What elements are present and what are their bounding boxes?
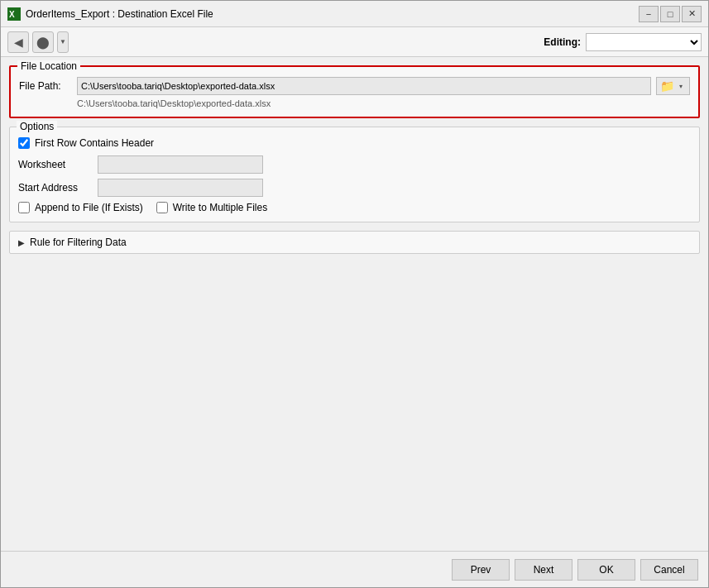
file-path-display: C:\Users\tooba.tariq\Desktop\exported-da… bbox=[77, 98, 690, 108]
title-bar-left: X OrderItems_Export : Destination Excel … bbox=[7, 7, 213, 21]
main-window: X OrderItems_Export : Destination Excel … bbox=[0, 0, 709, 588]
browse-button[interactable]: 📁 ▾ bbox=[656, 77, 690, 95]
folder-icon: 📁 bbox=[660, 79, 674, 93]
toolbar: ◀ ⬤ ▼ Editing: bbox=[1, 27, 708, 57]
worksheet-input[interactable] bbox=[98, 155, 263, 174]
nav-dropdown-button[interactable]: ▼ bbox=[57, 31, 69, 53]
filter-arrow-icon: ▶ bbox=[18, 238, 25, 247]
nav-buttons: ◀ ⬤ ▼ bbox=[7, 31, 69, 53]
nav-dropdown-icon: ▼ bbox=[60, 38, 66, 45]
write-multiple-checkbox-row: Write to Multiple Files bbox=[156, 202, 267, 213]
editing-section: Editing: bbox=[544, 33, 702, 51]
svg-text:X: X bbox=[9, 10, 15, 19]
worksheet-row: Worksheet bbox=[18, 155, 691, 174]
window-title: OrderItems_Export : Destination Excel Fi… bbox=[26, 8, 213, 20]
forward-button[interactable]: ⬤ bbox=[32, 31, 54, 53]
filter-group: ▶ Rule for Filtering Data bbox=[9, 231, 700, 254]
browse-dropdown-icon: ▾ bbox=[676, 83, 686, 90]
window-controls: − □ ✕ bbox=[639, 6, 702, 22]
append-checkbox[interactable] bbox=[18, 202, 30, 213]
editing-label: Editing: bbox=[544, 36, 581, 48]
file-path-row: File Path: 📁 ▾ bbox=[19, 77, 690, 95]
filter-header[interactable]: ▶ Rule for Filtering Data bbox=[18, 237, 691, 248]
ok-button[interactable]: OK bbox=[577, 559, 635, 581]
editing-select[interactable] bbox=[586, 33, 702, 51]
next-button[interactable]: Next bbox=[515, 559, 572, 581]
worksheet-label: Worksheet bbox=[18, 159, 93, 170]
start-address-label: Start Address bbox=[18, 182, 93, 194]
append-label: Append to File (If Exists) bbox=[35, 202, 143, 213]
footer: Prev Next OK Cancel bbox=[1, 551, 708, 587]
maximize-button[interactable]: □ bbox=[660, 6, 680, 22]
file-path-label: File Path: bbox=[19, 80, 72, 92]
write-multiple-checkbox[interactable] bbox=[156, 202, 168, 213]
content-area: File Location File Path: 📁 ▾ C:\Users\to… bbox=[1, 57, 708, 551]
first-row-header-checkbox[interactable] bbox=[18, 137, 30, 149]
app-icon: X bbox=[7, 7, 21, 21]
back-button[interactable]: ◀ bbox=[7, 31, 29, 53]
start-address-input[interactable] bbox=[98, 179, 263, 197]
filter-label: Rule for Filtering Data bbox=[30, 237, 127, 248]
minimize-button[interactable]: − bbox=[639, 6, 659, 22]
multi-checkbox-row: Append to File (If Exists) Write to Mult… bbox=[18, 202, 691, 213]
forward-icon: ⬤ bbox=[36, 36, 50, 49]
file-path-input[interactable] bbox=[77, 77, 651, 95]
first-row-header-label: First Row Contains Header bbox=[35, 137, 154, 149]
title-bar: X OrderItems_Export : Destination Excel … bbox=[1, 1, 708, 27]
prev-button[interactable]: Prev bbox=[452, 559, 510, 581]
back-icon: ◀ bbox=[14, 36, 23, 49]
cancel-button[interactable]: Cancel bbox=[640, 559, 698, 581]
start-address-row: Start Address bbox=[18, 179, 691, 197]
close-button[interactable]: ✕ bbox=[682, 6, 702, 22]
file-location-group: File Location File Path: 📁 ▾ C:\Users\to… bbox=[9, 65, 700, 118]
options-group: Options First Row Contains Header Worksh… bbox=[9, 127, 700, 222]
editing-select-wrapper bbox=[586, 33, 702, 51]
file-location-legend: File Location bbox=[17, 60, 80, 72]
append-checkbox-row: Append to File (If Exists) bbox=[18, 202, 143, 213]
options-legend: Options bbox=[17, 121, 57, 132]
first-row-header-row: First Row Contains Header bbox=[18, 137, 691, 149]
write-multiple-label: Write to Multiple Files bbox=[173, 202, 267, 213]
